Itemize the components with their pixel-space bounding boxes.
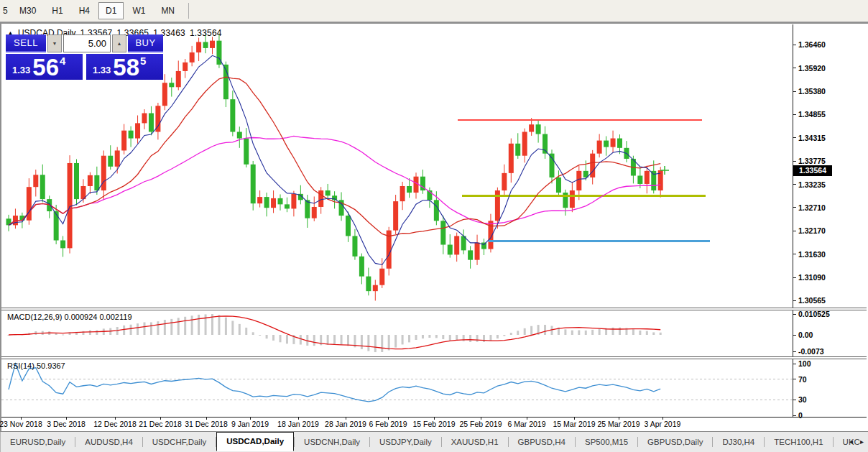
rsi-value: 50.9367 [37, 361, 65, 370]
macd-axis-label: 0.010525 [793, 309, 830, 319]
timeframe-buttons: 5M30H1H4D1W1MN [0, 2, 183, 19]
tab-usdcad-daily[interactable]: USDCAD,Daily [216, 432, 294, 451]
buy-price-big: 58 [113, 57, 139, 78]
macd-label: MACD(12,26,9) 0.000924 0.002119 [7, 313, 132, 321]
buy-price-prefix: 1.33 [93, 65, 111, 75]
tabs-scroll-right-icon[interactable]: ▸ [860, 438, 864, 446]
macd-value-signal: 0.002119 [99, 313, 131, 321]
macd-axis-label: -0.0073 [793, 346, 824, 356]
timeframe-button-M30[interactable]: M30 [12, 2, 43, 19]
timeframe-toolbar: 5M30H1H4D1W1MN [0, 0, 868, 22]
timeframe-button-MN[interactable]: MN [154, 2, 182, 19]
price-axis-label: 1.36460 [793, 40, 826, 50]
price-axis-label: 1.34855 [793, 109, 826, 119]
volume-input[interactable]: 5.00 [63, 34, 111, 52]
tab-tech100-h1[interactable]: TECH100,H1 [765, 434, 832, 450]
arrow-up-icon: ▲ [117, 41, 122, 46]
rsi-axis-label: 0 [793, 410, 803, 420]
rsi-label: RSI(14) 50.9367 [7, 361, 65, 370]
volume-decrease-button[interactable]: ▼ [47, 34, 62, 52]
chart-tabs: EURUSD,DailyAUDUSD,H4USDCHF,DailyUSDCAD,… [1, 432, 868, 452]
toolbar-separator [188, 3, 189, 19]
timeframe-button-H1[interactable]: H1 [45, 2, 70, 19]
trading-platform-window: 5M30H1H4D1W1MN ▲ USDCAD,Daily 1.33567 1.… [0, 0, 868, 452]
tab-dj30-h4[interactable]: DJ30,H4 [713, 434, 764, 450]
date-axis-label: 3 Apr 2019 [632, 420, 693, 428]
sell-price-big: 56 [32, 57, 59, 78]
tab-eurusd-daily[interactable]: EURUSD,Daily [1, 434, 75, 450]
rsi-indicator-pane[interactable] [1, 359, 793, 415]
price-axis-label: 1.35380 [793, 86, 826, 96]
timeframe-button-5[interactable]: 5 [1, 2, 11, 19]
buy-button[interactable]: BUY [128, 34, 163, 52]
tab-usdchf-daily[interactable]: USDCHF,Daily [143, 434, 216, 450]
macd-axis-label: 0.00 [793, 330, 813, 340]
tab-sp500-m15[interactable]: SP500,M15 [576, 434, 637, 450]
price-axis-label: 1.31090 [793, 272, 826, 282]
price-axis-label: 1.32710 [793, 203, 826, 213]
macd-value-main: 0.000924 [64, 313, 97, 321]
sell-price-button[interactable]: 1.33 56 4 [6, 54, 83, 80]
rsi-axis-label: 70 [793, 374, 807, 384]
rsi-axis-label: 100 [793, 359, 811, 369]
buy-price-pip: 5 [140, 55, 146, 67]
tab-audusd-h4[interactable]: AUDUSD,H4 [75, 434, 142, 450]
sell-price-pip: 4 [60, 55, 65, 67]
one-click-trade-panel: SELL ▼ 5.00 ▲ BUY 1.33 56 4 1.33 58 5 [6, 34, 163, 81]
price-axis-label: 1.35920 [793, 63, 826, 73]
buy-price-button[interactable]: 1.33 58 5 [86, 54, 163, 80]
tab-gbpusd-h4[interactable]: GBPUSD,H4 [509, 434, 575, 450]
tab-usdjpy-daily[interactable]: USDJPY,Daily [370, 434, 441, 450]
price-axis-label: 1.34315 [793, 133, 826, 143]
timeframe-button-W1[interactable]: W1 [125, 2, 152, 19]
arrow-down-icon: ▼ [52, 41, 57, 46]
chart-tab-bar: EURUSD,DailyAUDUSD,H4USDCHF,DailyUSDCAD,… [0, 431, 868, 452]
rsi-name: RSI(14) [7, 361, 34, 370]
sell-button[interactable]: SELL [6, 34, 46, 52]
price-axis-label: 1.30565 [793, 295, 826, 305]
volume-increase-button[interactable]: ▲ [112, 34, 126, 52]
tab-xauusd-h1[interactable]: XAUUSD,H1 [442, 434, 508, 450]
macd-name: MACD(12,26,9) [7, 313, 62, 321]
rsi-axis-label: 30 [793, 395, 807, 405]
current-price-badge: 1.33564 [793, 165, 832, 176]
tab-gbpusd-daily[interactable]: GBPUSD,Daily [638, 434, 712, 450]
ohlc-close: 1.33564 [190, 28, 222, 38]
timeframe-button-H4[interactable]: H4 [72, 2, 97, 19]
timeframe-button-D1[interactable]: D1 [98, 2, 124, 19]
tabs-scroll-left-icon[interactable]: ◂ [849, 438, 853, 446]
tab-usdcnh-daily[interactable]: USDCNH,Daily [295, 434, 369, 450]
price-axis-label: 1.32170 [793, 226, 826, 236]
price-axis-label: 1.31630 [793, 249, 826, 259]
price-axis-label: 1.33235 [793, 180, 826, 190]
sell-price-prefix: 1.33 [12, 65, 30, 75]
